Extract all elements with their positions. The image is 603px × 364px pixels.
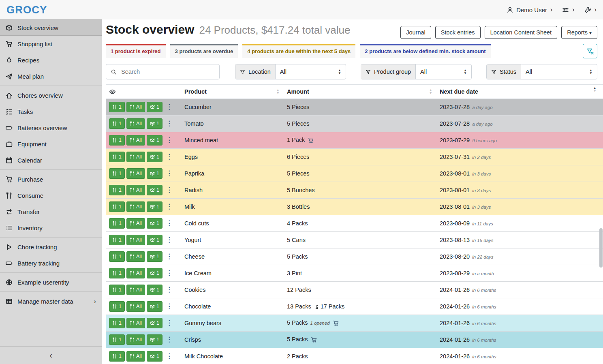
consume-one-button[interactable]: 1 [109, 268, 125, 278]
consume-all-button[interactable]: All [126, 235, 145, 245]
product-row-paprika[interactable]: 1 All 1⋮Paprika5 Pieces2023-08-01in 3 da… [106, 165, 603, 182]
open-one-button[interactable]: 1 [147, 334, 163, 345]
consume-one-button[interactable]: 1 [109, 301, 125, 312]
open-one-button[interactable]: 1 [147, 318, 163, 328]
consume-all-button[interactable]: All [126, 118, 145, 129]
open-one-button[interactable]: 1 [147, 168, 163, 179]
sidebar-item-consume[interactable]: Consume [0, 187, 102, 203]
sidebar-item-example-userentity[interactable]: Example userentity [0, 274, 102, 290]
consume-one-button[interactable]: 1 [109, 318, 125, 328]
consume-one-button[interactable]: 1 [109, 218, 125, 229]
open-one-button[interactable]: 1 [147, 251, 163, 262]
row-menu-button[interactable]: ⋮ [164, 253, 174, 260]
product-row-milk-chocolate[interactable]: 1 All 1⋮Milk Chocolate2 Packs2024-01-26i… [106, 348, 603, 364]
row-menu-button[interactable]: ⋮ [164, 303, 174, 310]
consume-all-button[interactable]: All [126, 201, 145, 212]
consume-one-button[interactable]: 1 [109, 152, 125, 162]
consume-all-button[interactable]: All [126, 301, 145, 312]
row-menu-button[interactable]: ⋮ [164, 170, 174, 177]
consume-one-button[interactable]: 1 [109, 285, 125, 295]
product-row-gummy-bears[interactable]: 1 All 1⋮Gummy bears5 Packs1 opened2024-0… [106, 315, 603, 331]
sidebar-item-meal-plan[interactable]: Meal plan [0, 68, 102, 84]
user-menu[interactable]: Demo User› [507, 6, 552, 13]
consume-one-button[interactable]: 1 [109, 201, 125, 212]
consume-all-button[interactable]: All [126, 334, 145, 345]
status-filter-select[interactable]: All▲▼ [521, 64, 597, 79]
open-one-button[interactable]: 1 [147, 118, 163, 129]
product-row-cucumber[interactable]: 1 All 1⋮Cucumber5 Pieces2023-07-28a day … [106, 98, 603, 115]
row-menu-button[interactable]: ⋮ [164, 353, 174, 360]
open-one-button[interactable]: 1 [147, 135, 163, 146]
consume-all-button[interactable]: All [126, 152, 145, 162]
consume-one-button[interactable]: 1 [109, 168, 125, 179]
sidebar-item-stock-overview[interactable]: Stock overview [0, 19, 102, 36]
consume-one-button[interactable]: 1 [109, 118, 125, 129]
open-one-button[interactable]: 1 [147, 201, 163, 212]
column-header-next-due-date[interactable]: Next due date▲▼ [436, 85, 603, 99]
consume-all-button[interactable]: All [126, 318, 145, 328]
table-scrollbar[interactable] [599, 19, 603, 364]
open-one-button[interactable]: 1 [147, 268, 163, 278]
row-menu-button[interactable]: ⋮ [164, 286, 174, 293]
consume-one-button[interactable]: 1 [109, 351, 125, 362]
stock-entries-button[interactable]: Stock entries [435, 26, 481, 39]
clear-filters-button[interactable] [583, 44, 597, 58]
product-row-minced-meat[interactable]: 1 All 1⋮Minced meat1 Pack2023-07-299 hou… [106, 132, 603, 148]
due-soon-filter-banner[interactable]: 4 products are due within the next 5 day… [242, 44, 355, 58]
open-one-button[interactable]: 1 [147, 285, 163, 295]
open-one-button[interactable]: 1 [147, 185, 163, 195]
sidebar-collapse-button[interactable]: ‹ [0, 346, 102, 364]
consume-one-button[interactable]: 1 [109, 235, 125, 245]
consume-all-button[interactable]: All [126, 268, 145, 278]
row-menu-button[interactable]: ⋮ [164, 319, 174, 326]
consume-all-button[interactable]: All [126, 351, 145, 362]
consume-one-button[interactable]: 1 [109, 185, 125, 195]
sidebar-item-calendar[interactable]: Calendar [0, 152, 102, 168]
open-one-button[interactable]: 1 [147, 351, 163, 362]
product-row-yogurt[interactable]: 1 All 1⋮Yogurt5 Cans2023-08-13in 15 days [106, 231, 603, 248]
product-row-ice-cream[interactable]: 1 All 1⋮Ice Cream3 Pint2023-08-29in a mo… [106, 265, 603, 281]
below-min-stock-filter-banner[interactable]: 2 products are below defined min. stock … [360, 44, 490, 58]
row-menu-button[interactable]: ⋮ [164, 270, 174, 276]
consume-all-button[interactable]: All [126, 285, 145, 295]
consume-one-button[interactable]: 1 [109, 102, 125, 112]
quick-settings-menu[interactable]: › [562, 6, 574, 13]
open-one-button[interactable]: 1 [147, 301, 163, 312]
product-row-radish[interactable]: 1 All 1⋮Radish5 Bunches2023-08-01in 3 da… [106, 182, 603, 198]
scrollbar-thumb[interactable] [599, 228, 603, 268]
sidebar-item-chore-tracking[interactable]: Chore tracking [0, 239, 102, 255]
admin-menu[interactable]: › [584, 6, 597, 13]
row-menu-button[interactable]: ⋮ [164, 137, 174, 143]
sidebar-item-batteries-overview[interactable]: Batteries overview [0, 120, 102, 136]
consume-one-button[interactable]: 1 [109, 334, 125, 345]
search-input[interactable] [121, 64, 219, 79]
consume-all-button[interactable]: All [126, 185, 145, 195]
consume-all-button[interactable]: All [126, 168, 145, 179]
row-menu-button[interactable]: ⋮ [164, 336, 174, 343]
product-row-eggs[interactable]: 1 All 1⋮Eggs6 Pieces2023-07-31in 2 days [106, 148, 603, 165]
product-row-chocolate[interactable]: 1 All 1⋮Chocolate13 Packs17 Packs2024-01… [106, 298, 603, 315]
consume-all-button[interactable]: All [126, 251, 145, 262]
sidebar-item-shopping-list[interactable]: Shopping list [0, 36, 102, 52]
product-row-cookies[interactable]: 1 All 1⋮Cookies12 Packs2024-01-26in 6 mo… [106, 281, 603, 298]
consume-all-button[interactable]: All [126, 102, 145, 112]
product-row-tomato[interactable]: 1 All 1⋮Tomato5 Pieces2023-07-28a day ag… [106, 115, 603, 132]
sidebar-item-recipes[interactable]: Recipes [0, 52, 102, 68]
overdue-filter-banner[interactable]: 3 products are overdue [170, 44, 238, 58]
row-menu-button[interactable]: ⋮ [164, 236, 174, 243]
sidebar-item-transfer[interactable]: Transfer [0, 203, 102, 220]
product-group-filter-select[interactable]: All▲▼ [416, 64, 471, 79]
reports-button[interactable]: Reports ▾ [561, 26, 597, 39]
open-one-button[interactable]: 1 [147, 152, 163, 162]
sidebar-item-manage-master-data[interactable]: Manage master data› [0, 293, 102, 309]
sidebar-item-inventory[interactable]: Inventory [0, 220, 102, 236]
consume-all-button[interactable]: All [126, 218, 145, 229]
consume-one-button[interactable]: 1 [109, 251, 125, 262]
row-menu-button[interactable]: ⋮ [164, 153, 174, 160]
row-menu-button[interactable]: ⋮ [164, 203, 174, 210]
row-menu-button[interactable]: ⋮ [164, 220, 174, 227]
sidebar-item-chores-overview[interactable]: Chores overview [0, 87, 102, 103]
sidebar-item-equipment[interactable]: Equipment [0, 136, 102, 152]
row-menu-button[interactable]: ⋮ [164, 103, 174, 110]
consume-one-button[interactable]: 1 [109, 135, 125, 146]
